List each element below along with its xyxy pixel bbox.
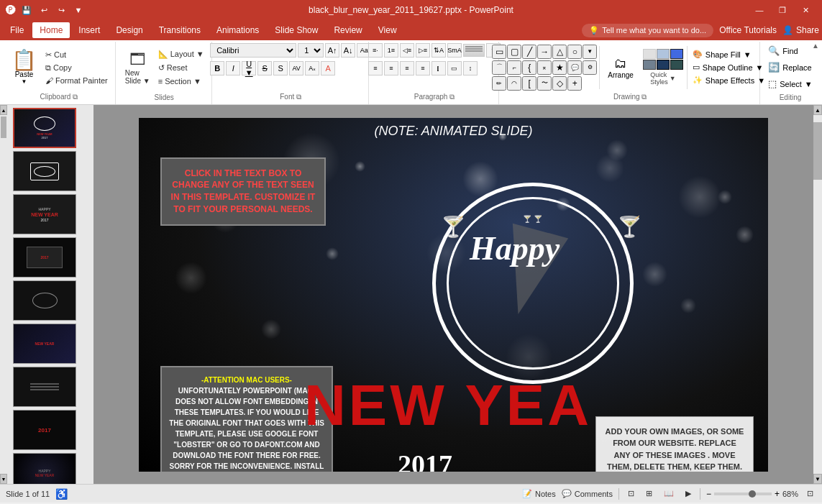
select-button[interactable]: ⬚ Select ▼ bbox=[764, 76, 816, 91]
shape-rect[interactable]: ▭ bbox=[492, 45, 506, 59]
menu-view[interactable]: View bbox=[371, 22, 404, 38]
strikethrough-button[interactable]: S bbox=[257, 61, 272, 75]
menu-design[interactable]: Design bbox=[109, 22, 150, 38]
shape-arrow[interactable]: → bbox=[537, 45, 552, 59]
shape-wave[interactable]: 〜 bbox=[537, 76, 552, 91]
subscript-button[interactable]: Aₓ bbox=[305, 61, 319, 75]
shape-bracket[interactable]: [ bbox=[522, 76, 536, 91]
new-slide-button[interactable]: 🗔 NewSlide ▼ bbox=[122, 48, 154, 87]
slide-thumbnail-6[interactable]: NEW YEAR bbox=[13, 324, 76, 364]
numbering-button[interactable]: 1≡ bbox=[384, 43, 398, 58]
normal-view-button[interactable]: ⊡ bbox=[625, 487, 637, 500]
font-expand[interactable]: ⧉ bbox=[296, 93, 301, 101]
qs-1[interactable] bbox=[643, 49, 656, 59]
find-button[interactable]: 🔍 Find bbox=[764, 43, 816, 58]
undo-icon[interactable]: ↩ bbox=[37, 4, 50, 17]
shape-arc[interactable]: ◠ bbox=[507, 76, 521, 91]
comments-button[interactable]: 💬 Comments bbox=[562, 489, 613, 498]
shadow-button[interactable]: S bbox=[273, 61, 288, 75]
save-icon[interactable]: 💾 bbox=[20, 4, 33, 17]
shape-plus[interactable]: + bbox=[567, 76, 582, 91]
ribbon-collapse-button[interactable]: ▲ bbox=[812, 42, 819, 50]
shape-effects-button[interactable]: ✨ Shape Effects ▼ bbox=[690, 74, 768, 86]
menu-transitions[interactable]: Transitions bbox=[152, 22, 208, 38]
zoom-slider[interactable] bbox=[714, 492, 772, 495]
shape-pen[interactable]: ✏ bbox=[492, 76, 506, 91]
slide-thumbnail-7[interactable] bbox=[13, 367, 76, 407]
shape-line[interactable]: ╱ bbox=[522, 45, 536, 59]
shape-chevron[interactable]: ⌅ bbox=[537, 60, 552, 75]
underline-button[interactable]: U ▼ bbox=[242, 61, 256, 75]
restore-button[interactable]: ❐ bbox=[772, 3, 793, 17]
bullets-button[interactable]: ≡· bbox=[368, 43, 383, 58]
slide-thumbnail-9[interactable]: HAPPYNEW YEAR bbox=[13, 453, 76, 484]
reading-view-button[interactable]: 📖 bbox=[661, 487, 677, 500]
shape-brace[interactable]: { bbox=[522, 60, 536, 75]
customize-qat-icon[interactable]: ▼ bbox=[72, 4, 85, 17]
shape-circle[interactable]: ○ bbox=[567, 45, 582, 59]
notes-button[interactable]: 📝 Notes bbox=[522, 489, 556, 498]
shape-fill-button[interactable]: 🎨 Shape Fill ▼ bbox=[690, 48, 768, 60]
justify-button[interactable]: ≡ bbox=[416, 61, 430, 75]
align-left-button[interactable]: ≡ bbox=[368, 61, 383, 75]
menu-file[interactable]: File bbox=[3, 22, 31, 38]
slide-thumbnail-1[interactable]: NEW YEAR 2017 bbox=[13, 108, 76, 148]
replace-button[interactable]: 🔄 Replace bbox=[764, 60, 816, 75]
convert-smartart-button[interactable]: SmA bbox=[447, 43, 462, 58]
para-expand[interactable]: ⧉ bbox=[449, 93, 455, 101]
arrange-button[interactable]: 🗂 Arrange bbox=[602, 53, 639, 82]
italic-button[interactable]: I bbox=[226, 61, 240, 75]
cut-button[interactable]: ✂ Cut bbox=[42, 49, 111, 61]
office-tutorials-link[interactable]: Office Tutorials bbox=[719, 25, 777, 35]
right-scroll-up[interactable]: ▲ bbox=[813, 105, 822, 115]
close-button[interactable]: ✕ bbox=[795, 3, 816, 17]
zoom-in-button[interactable]: + bbox=[775, 489, 780, 499]
menu-animations[interactable]: Animations bbox=[209, 22, 266, 38]
share-button[interactable]: 👤 Share bbox=[782, 25, 819, 35]
minimize-button[interactable]: — bbox=[749, 3, 770, 17]
slide-thumbnail-4[interactable]: 2017 bbox=[13, 237, 76, 278]
slide-thumbnail-2[interactable] bbox=[13, 151, 76, 191]
shape-curve[interactable]: ⌒ bbox=[492, 60, 506, 75]
qs-4[interactable] bbox=[643, 60, 656, 70]
menu-slideshow[interactable]: Slide Show bbox=[268, 22, 325, 38]
align-right-button[interactable]: ≡ bbox=[400, 61, 414, 75]
right-scroll-down[interactable]: ▼ bbox=[813, 474, 822, 484]
text-box-button[interactable]: ▭ bbox=[447, 61, 462, 75]
section-button[interactable]: ≡ Section ▼ bbox=[155, 75, 207, 87]
redo-icon[interactable]: ↪ bbox=[55, 4, 68, 17]
line-spacing-button[interactable]: ↕ bbox=[463, 61, 478, 75]
shape-star[interactable]: ★ bbox=[552, 60, 567, 75]
zoom-out-button[interactable]: − bbox=[706, 489, 711, 499]
slide-thumbnail-3[interactable]: HAPPY NEW YEAR 2017 bbox=[13, 194, 76, 234]
tell-me-box[interactable]: 💡 Tell me what you want to do... bbox=[582, 24, 713, 37]
menu-insert[interactable]: Insert bbox=[71, 22, 107, 38]
clipboard-expand[interactable]: ⧉ bbox=[73, 93, 78, 101]
slide-show-button[interactable]: ▶ bbox=[682, 487, 694, 500]
shape-round-rect[interactable]: ▢ bbox=[507, 45, 521, 59]
qs-5[interactable] bbox=[657, 60, 670, 70]
shape-triangle[interactable]: △ bbox=[552, 45, 567, 59]
menu-review[interactable]: Review bbox=[326, 22, 369, 38]
paste-button[interactable]: 📋 Paste ▼ bbox=[7, 47, 41, 88]
format-painter-button[interactable]: 🖌 Format Painter bbox=[42, 75, 111, 86]
right-scroll-thumb[interactable] bbox=[813, 122, 822, 180]
quick-styles-label[interactable]: QuickStyles ▼ bbox=[650, 71, 675, 86]
slide-canvas[interactable]: (NOTE: ANIMATED SLIDE) CLICK IN THE TEXT… bbox=[139, 118, 768, 472]
font-family-select[interactable]: Calibri bbox=[210, 43, 296, 58]
shape-diamond[interactable]: ◇ bbox=[552, 76, 567, 91]
bold-button[interactable]: B bbox=[210, 61, 224, 75]
char-spacing-button[interactable]: AV bbox=[289, 61, 303, 75]
popup-instructions[interactable]: CLICK IN THE TEXT BOX TO CHANGE ANY OF T… bbox=[160, 157, 326, 226]
drawing-expand[interactable]: ⧉ bbox=[641, 93, 647, 101]
font-color-button[interactable]: A bbox=[321, 61, 335, 75]
shape-misc[interactable]: ⚙ bbox=[583, 60, 597, 75]
increase-indent-button[interactable]: ▷≡ bbox=[416, 43, 430, 58]
layout-button[interactable]: 📐 Layout ▼ bbox=[155, 48, 207, 60]
text-direction-button[interactable]: ⇅A bbox=[431, 43, 446, 58]
copy-button[interactable]: ⧉ Copy bbox=[42, 62, 111, 74]
qs-6[interactable] bbox=[670, 60, 683, 70]
shape-connector[interactable]: ⌐ bbox=[507, 60, 521, 75]
align-center-button[interactable]: ≡ bbox=[384, 61, 398, 75]
scroll-up-arrow[interactable]: ▲ bbox=[0, 105, 7, 115]
